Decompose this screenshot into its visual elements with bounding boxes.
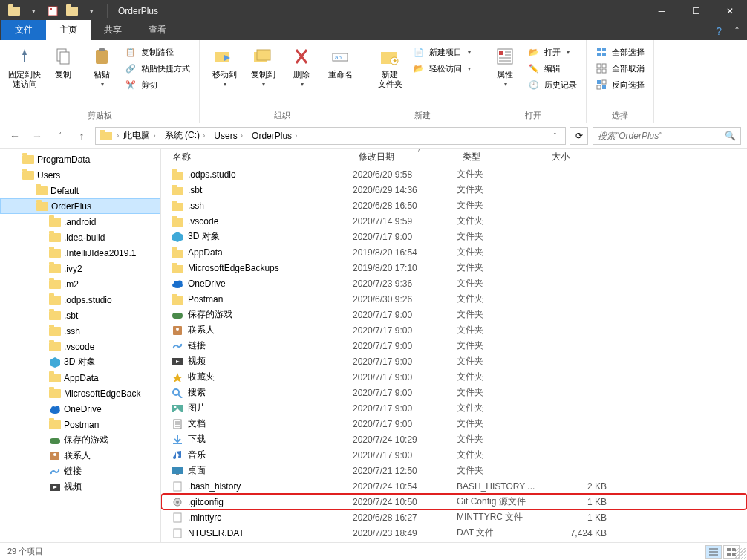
column-name[interactable]: 名称 <box>161 149 353 166</box>
select-invert-button[interactable]: 反向选择 <box>593 77 647 92</box>
history-button[interactable]: 🕘历史记录 <box>525 77 580 92</box>
tree-item[interactable]: 链接 <box>0 463 160 479</box>
breadcrumb-item[interactable]: 系统 (C:)› <box>160 128 210 144</box>
tree-item[interactable]: 3D 对象 <box>0 354 160 370</box>
back-button[interactable]: ← <box>6 127 24 145</box>
file-row[interactable]: 文档2020/7/17 9:00文件夹 <box>161 416 747 432</box>
tree-item[interactable]: .ssh <box>0 323 160 339</box>
column-date[interactable]: 修改日期 <box>353 149 457 166</box>
tree-item[interactable]: .android <box>0 214 160 229</box>
tree-item[interactable]: Postman <box>0 417 160 432</box>
tree-item[interactable]: .sbt <box>0 307 160 323</box>
close-button[interactable]: ✕ <box>713 0 747 22</box>
breadcrumb-item[interactable]: OrderPlus› <box>247 128 301 144</box>
maximize-button[interactable]: ☐ <box>679 0 713 22</box>
qat-dropdown[interactable]: ▾ <box>25 3 42 19</box>
file-row[interactable]: 链接2020/7/17 9:00文件夹 <box>161 338 747 354</box>
breadcrumb-item[interactable]: 此电脑› <box>119 128 160 144</box>
file-row[interactable]: NTUSER.DAT2020/7/23 18:49DAT 文件7,424 KB <box>161 525 747 541</box>
resize-grip[interactable] <box>735 548 746 559</box>
properties-icon[interactable] <box>45 3 61 19</box>
tab-file[interactable]: 文件 <box>1 20 46 40</box>
paste-shortcut-button[interactable]: 🔗粘贴快捷方式 <box>122 61 193 76</box>
minimize-button[interactable]: ─ <box>645 0 679 22</box>
open-button[interactable]: 📂打开▾ <box>525 45 580 59</box>
breadcrumb[interactable]: › 此电脑› 系统 (C:)› Users› OrderPlus› ˅ <box>95 127 566 145</box>
forward-button[interactable]: → <box>28 127 46 145</box>
copy-path-button[interactable]: 📋复制路径 <box>122 45 193 59</box>
file-row[interactable]: 视频2020/7/17 9:00文件夹 <box>161 354 747 369</box>
copy-button[interactable]: 复制 <box>45 43 82 79</box>
tree-item[interactable]: .odps.studio <box>0 292 160 307</box>
tree-item[interactable]: .m2 <box>0 276 160 292</box>
new-item-button[interactable]: 📄新建项目▾ <box>410 45 474 59</box>
file-row[interactable]: 下载2020/7/24 10:29文件夹 <box>161 432 747 447</box>
tree-item[interactable]: .vscode <box>0 339 160 354</box>
cut-button[interactable]: ✂️剪切 <box>122 77 193 92</box>
qat-customize[interactable]: ▾ <box>83 3 100 19</box>
properties-button[interactable]: 属性▾ <box>486 43 523 88</box>
tree-item[interactable]: 保存的游戏 <box>0 432 160 448</box>
tree-item[interactable]: OneDrive <box>0 401 160 417</box>
refresh-button[interactable]: ⟳ <box>570 127 588 145</box>
file-row[interactable]: .ssh2020/6/28 16:50文件夹 <box>161 198 747 213</box>
file-row[interactable]: .odps.studio2020/6/20 9:58文件夹 <box>161 166 747 182</box>
search-box[interactable]: 🔍 <box>593 127 741 145</box>
file-row[interactable]: MicrosoftEdgeBackups2019/8/20 17:10文件夹 <box>161 260 747 276</box>
select-none-button[interactable]: 全部取消 <box>593 61 647 76</box>
file-row[interactable]: AppData2019/8/20 16:54文件夹 <box>161 244 747 260</box>
file-row[interactable]: .gitconfig2020/7/24 10:50Git Config 源文件1… <box>161 494 747 509</box>
tree-item[interactable]: .idea-build <box>0 229 160 245</box>
tree-item[interactable]: Default <box>0 183 160 198</box>
navigation-tree[interactable]: ProgramDataUsersDefaultOrderPlus.android… <box>0 149 161 542</box>
tab-home[interactable]: 主页 <box>46 20 91 40</box>
paste-button[interactable]: 粘贴 ▾ <box>83 43 120 88</box>
file-row[interactable]: 音乐2020/7/17 9:00文件夹 <box>161 447 747 463</box>
file-row[interactable]: 保存的游戏2020/7/17 9:00文件夹 <box>161 307 747 322</box>
rename-button[interactable]: ab 重命名 <box>322 43 359 79</box>
tree-item[interactable]: AppData <box>0 370 160 385</box>
tree-item[interactable]: MicrosoftEdgeBack <box>0 385 160 401</box>
file-row[interactable]: 图片2020/7/17 9:00文件夹 <box>161 400 747 416</box>
tree-item[interactable]: OrderPlus <box>0 198 160 214</box>
easy-access-button[interactable]: 📂轻松访问▾ <box>410 61 474 76</box>
new-folder-button[interactable]: ✦ 新建文件夹 <box>371 43 408 89</box>
details-view-button[interactable] <box>705 545 722 559</box>
select-all-button[interactable]: 全部选择 <box>593 45 647 59</box>
tree-item[interactable]: .IntelliJIdea2019.1 <box>0 245 160 261</box>
breadcrumb-dropdown[interactable]: ˅ <box>546 127 564 145</box>
column-type[interactable]: 类型 <box>457 149 546 166</box>
tree-item[interactable]: ProgramData <box>0 152 160 167</box>
move-to-button[interactable]: 移动到▾ <box>206 43 243 88</box>
collapse-ribbon[interactable]: ˄ <box>734 25 740 37</box>
tab-view[interactable]: 查看 <box>135 20 180 40</box>
file-row[interactable]: 桌面2020/7/21 12:50文件夹 <box>161 463 747 478</box>
tree-item[interactable]: .ivy2 <box>0 261 160 276</box>
file-row[interactable]: .bash_history2020/7/24 10:54BASH_HISTORY… <box>161 478 747 494</box>
breadcrumb-item[interactable]: Users› <box>209 128 247 144</box>
new-folder-icon[interactable] <box>64 3 80 19</box>
pin-to-quick-access[interactable]: 固定到快速访问 <box>6 43 43 89</box>
column-size[interactable]: 大小 <box>546 149 613 166</box>
copy-to-button[interactable]: 复制到▾ <box>244 43 281 88</box>
file-row[interactable]: Postman2020/6/30 9:26文件夹 <box>161 291 747 307</box>
tree-item[interactable]: Users <box>0 167 160 183</box>
file-list[interactable]: ˄ 名称 修改日期 类型 大小 .odps.studio2020/6/20 9:… <box>161 149 747 542</box>
file-row[interactable]: OneDrive2020/7/23 9:36文件夹 <box>161 276 747 291</box>
file-row[interactable]: 搜索2020/7/17 9:00文件夹 <box>161 385 747 400</box>
file-row[interactable]: .sbt2020/6/29 14:36文件夹 <box>161 182 747 198</box>
tab-share[interactable]: 共享 <box>91 20 135 40</box>
tree-item[interactable]: 视频 <box>0 479 160 495</box>
file-row[interactable]: 联系人2020/7/17 9:00文件夹 <box>161 322 747 338</box>
edit-button[interactable]: ✏️编辑 <box>525 61 580 76</box>
file-row[interactable]: 收藏夹2020/7/17 9:00文件夹 <box>161 369 747 385</box>
tree-item[interactable]: 联系人 <box>0 448 160 463</box>
recent-locations[interactable]: ˅ <box>50 127 68 145</box>
help-button[interactable]: ? <box>716 25 722 37</box>
file-row[interactable]: 3D 对象2020/7/17 9:00文件夹 <box>161 229 747 244</box>
delete-button[interactable]: 删除▾ <box>283 43 320 88</box>
file-row[interactable]: .vscode2020/7/14 9:59文件夹 <box>161 213 747 229</box>
up-button[interactable]: ↑ <box>73 127 91 145</box>
search-input[interactable] <box>598 131 725 141</box>
file-row[interactable]: .minttyrc2020/6/28 16:27MINTTYRC 文件1 KB <box>161 509 747 525</box>
